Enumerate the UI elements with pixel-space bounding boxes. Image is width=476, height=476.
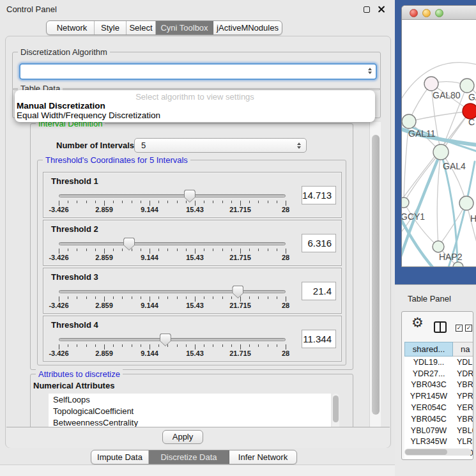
attributes-group: Attributes to discretize Numerical Attri… xyxy=(30,374,353,427)
tick-mark xyxy=(150,344,150,349)
tick-label: 28 xyxy=(282,254,289,261)
tick-mark xyxy=(150,296,150,302)
minimize-traffic-light-icon[interactable] xyxy=(422,9,431,17)
table-row[interactable]: YPR145WYPR1 xyxy=(404,390,473,402)
tab-style[interactable]: Style xyxy=(95,21,127,35)
threshold-panel: Threshold 4 -3.4262.8599.14415.4321.7152… xyxy=(43,316,342,362)
table-hscrollbar[interactable] xyxy=(404,449,472,456)
zoom-traffic-light-icon[interactable] xyxy=(435,9,443,17)
algorithm-option-manual-discretization[interactable]: Manual Discretization xyxy=(17,101,105,111)
settings-scrollbar[interactable] xyxy=(369,122,381,427)
tick-mark xyxy=(286,201,286,206)
table-rows: YDL19...YDL1YDR27...YDR2YBR043CYBR0YPR14… xyxy=(404,357,473,459)
attribute-list-item[interactable]: SelfLoops xyxy=(49,394,331,405)
tick-mark xyxy=(204,249,204,251)
column-header-shared-name[interactable]: shared... xyxy=(404,342,453,357)
network-node[interactable] xyxy=(402,114,416,128)
tick-mark xyxy=(177,249,178,251)
algorithm-combo[interactable] xyxy=(19,63,377,80)
tick-mark xyxy=(158,344,159,347)
float-icon[interactable] xyxy=(364,6,370,13)
network-canvas[interactable]: GAL80GACGAL11GAL4GCY1HHAP2 xyxy=(402,20,476,267)
tab-cyni-toolbox[interactable]: Cyni Toolbox xyxy=(156,21,213,35)
tab-network[interactable]: Network xyxy=(47,21,95,35)
interval-definition-group: Interval Definition Number of Intervals … xyxy=(30,123,353,370)
tick-mark xyxy=(204,296,204,299)
tick-mark xyxy=(141,201,141,203)
threshold-value[interactable]: 11.344 xyxy=(302,330,336,348)
num-intervals-combo[interactable]: 5 xyxy=(134,138,307,153)
close-icon[interactable] xyxy=(378,6,385,13)
tab-jactivemnodules-label: jActiveMNodules xyxy=(217,23,279,33)
column-layout-icon[interactable] xyxy=(434,321,447,333)
table-row[interactable]: YBR043CYBR0 xyxy=(404,380,473,391)
tick-mark xyxy=(213,201,213,203)
tick-mark xyxy=(277,344,277,347)
network-node[interactable] xyxy=(433,241,444,252)
slider-tick-labels: -3.4262.8599.14415.4321.71528 xyxy=(59,254,286,263)
checkbox-icon[interactable]: ✓ xyxy=(465,325,472,332)
tab-impute-data[interactable]: Impute Data xyxy=(91,450,149,464)
tick-mark xyxy=(258,249,259,251)
tick-mark xyxy=(141,344,141,347)
tick-mark xyxy=(122,296,123,299)
node-label: C xyxy=(468,117,475,127)
tick-label: 15.43 xyxy=(186,206,204,213)
tab-infer-network[interactable]: Infer Network xyxy=(229,450,296,464)
table-header-row: shared... na xyxy=(404,342,473,357)
tick-mark xyxy=(59,344,59,349)
threshold-slider[interactable] xyxy=(59,338,286,341)
tick-mark xyxy=(204,201,204,203)
checkbox-icon[interactable]: ✓ xyxy=(456,325,463,332)
network-node[interactable] xyxy=(459,196,473,210)
threshold-slider[interactable] xyxy=(59,290,286,293)
tick-mark xyxy=(195,344,196,349)
table-row[interactable]: YBR045CYBR0 xyxy=(404,413,473,425)
apply-button[interactable]: Apply xyxy=(162,430,203,444)
tick-mark xyxy=(286,249,286,254)
tick-mark xyxy=(68,201,68,203)
table-row[interactable]: YDL19...YDL1 xyxy=(404,357,473,368)
network-node[interactable] xyxy=(424,77,438,91)
tick-mark xyxy=(258,344,259,347)
threshold-label: Threshold 3 xyxy=(51,272,98,282)
node-label: HAP2 xyxy=(439,252,463,262)
tick-label: 9.144 xyxy=(141,349,158,357)
node-label: H xyxy=(470,213,476,224)
tick-mark xyxy=(177,344,178,347)
tick-mark xyxy=(249,249,250,251)
network-node[interactable] xyxy=(433,144,449,160)
table-row[interactable]: YDR27...YDR2 xyxy=(404,368,473,380)
tick-mark xyxy=(95,249,96,251)
algorithm-option-equal-width-frequency[interactable]: Equal Width/Frequency Discretization xyxy=(17,111,160,120)
threshold-slider[interactable] xyxy=(59,194,286,197)
column-header-name[interactable]: na xyxy=(453,342,473,357)
tick-label: 15.43 xyxy=(186,349,204,357)
threshold-slider[interactable] xyxy=(59,242,286,245)
close-traffic-light-icon[interactable] xyxy=(410,9,418,17)
table-row[interactable]: YER054CYER0 xyxy=(404,402,473,413)
network-window-titlebar[interactable] xyxy=(402,6,476,20)
attribute-list-item[interactable]: BetweennessCentrality xyxy=(49,417,331,427)
gear-icon[interactable]: ⚙ xyxy=(411,315,424,330)
tab-select[interactable]: Select xyxy=(127,21,156,35)
network-node[interactable] xyxy=(402,197,409,208)
threshold-label: Threshold 4 xyxy=(51,320,98,330)
table-row[interactable]: YLR345WYLR3 xyxy=(404,436,473,448)
threshold-panel: Threshold 1 -3.4262.8599.14415.4321.7152… xyxy=(43,172,342,218)
threshold-value[interactable]: 6.316 xyxy=(302,234,336,252)
threshold-value[interactable]: 21.4 xyxy=(302,282,336,300)
tick-mark xyxy=(277,296,277,299)
tick-mark xyxy=(86,296,87,299)
tab-jactivemnodules[interactable]: jActiveMNodules xyxy=(213,21,282,35)
attribute-list-item[interactable]: TopologicalCoefficient xyxy=(49,405,331,417)
table-row[interactable]: YBL079WYBL0 xyxy=(404,425,473,436)
threshold-value[interactable]: 14.713 xyxy=(302,186,336,204)
numerical-attributes-list[interactable]: SelfLoopsTopologicalCoefficientBetweenne… xyxy=(49,394,331,427)
cell-name: YBR0 xyxy=(453,380,473,389)
network-node[interactable] xyxy=(453,262,463,267)
network-node[interactable] xyxy=(460,79,474,93)
attributes-scrollbar[interactable] xyxy=(332,394,339,427)
threshold-label: Threshold 2 xyxy=(51,224,98,234)
tab-discretize-data[interactable]: Discretize Data xyxy=(149,450,229,464)
